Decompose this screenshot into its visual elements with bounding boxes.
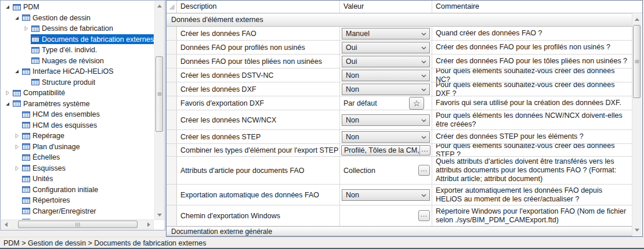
scroll-up-button[interactable] <box>155 2 164 10</box>
collapse-arrow-icon[interactable] <box>3 3 12 10</box>
tree-item-content[interactable]: Plan d'usinage <box>21 142 154 151</box>
tree-item-content[interactable]: Paramètres système <box>12 99 154 109</box>
tree-item-content[interactable]: Unités <box>21 174 154 184</box>
scrollbar-thumb[interactable] <box>633 25 641 98</box>
setting-comment-text: Exporter automatiquement les données FAO… <box>436 186 630 204</box>
tree-item-label: Interface HiCAD-HELiOS <box>32 67 114 75</box>
tree-indent-spacer <box>12 111 21 118</box>
tree-item-content[interactable]: Gestion de dessin <box>21 13 154 23</box>
setting-description-label: Favoris d'exportation DXF <box>180 99 264 107</box>
tree-item-label: Type d'él. individ. <box>42 46 97 54</box>
tree-item[interactable]: Paramètres système <box>1 99 154 110</box>
setting-value-cell: ... <box>340 205 432 226</box>
browse-button[interactable]: ... <box>418 165 430 176</box>
tree-item[interactable]: Compatibilité <box>1 88 154 99</box>
tree-item[interactable]: Échelles <box>1 152 154 163</box>
tree-item[interactable]: Esquisses <box>1 163 154 174</box>
setting-value-cell: Manuel <box>340 27 432 40</box>
grid-vertical-scrollbar[interactable] <box>632 14 642 236</box>
tree-item-content[interactable]: HCM des ensembles <box>21 110 154 120</box>
tree-item[interactable]: PDM <box>1 2 154 13</box>
setting-value-cell: Non <box>340 185 432 205</box>
expand-arrow-icon[interactable] <box>12 143 21 150</box>
tree-item[interactable]: Structure produit <box>1 77 154 88</box>
expand-arrow-icon[interactable] <box>12 132 21 139</box>
tree-indent-spacer <box>21 57 31 64</box>
scroll-left-button[interactable] <box>2 220 10 229</box>
value-dropdown[interactable]: Oui <box>342 42 430 53</box>
tree-item[interactable]: HCM des esquisses <box>1 120 154 131</box>
section-header-external-element-data[interactable]: Données d'élément externes <box>167 13 632 27</box>
tree-item[interactable]: Plan d'usinage <box>1 142 154 153</box>
setting-value-cell: Oui <box>340 55 432 68</box>
value-dropdown[interactable]: Manuel <box>342 28 430 39</box>
tree-item-content[interactable]: Répertoires <box>21 196 154 205</box>
scroll-down-button[interactable] <box>155 211 164 219</box>
scroll-down-button[interactable] <box>632 226 641 234</box>
value-dropdown[interactable]: Non <box>342 84 430 95</box>
collapse-arrow-icon[interactable] <box>12 68 21 75</box>
expand-arrow-icon[interactable] <box>3 89 12 96</box>
setting-row: Données FAO pour profilés non usinésOuiC… <box>167 41 632 55</box>
section-header-external-documentation[interactable]: Documentation externe générale <box>167 226 632 236</box>
collapse-arrow-icon[interactable] <box>12 15 21 21</box>
scrollbar-grip-icon <box>635 60 639 64</box>
scroll-right-button[interactable] <box>144 220 153 229</box>
value-dropdown[interactable]: Non <box>342 114 430 126</box>
value-dropdown[interactable]: Non <box>342 70 430 81</box>
value-picker-button[interactable]: Profilé, Tôles de la CM, T... <box>341 145 430 156</box>
scrollbar-grip-icon <box>157 92 161 96</box>
tree-item[interactable]: Type d'él. individ. <box>1 45 154 56</box>
column-header-commentaire[interactable]: Commentaire <box>432 1 642 13</box>
expand-arrow-icon[interactable] <box>12 165 21 172</box>
column-header-description[interactable]: Description <box>177 1 340 13</box>
tree-item[interactable]: Charger/Enregistrer <box>1 206 154 217</box>
dropdown-selected-value: Oui <box>346 44 421 52</box>
scroll-up-button[interactable] <box>632 15 641 24</box>
tree-item-content[interactable]: Nuages de révision <box>31 56 154 66</box>
tree-item[interactable]: Unités <box>1 174 154 185</box>
scrollbar-thumb[interactable] <box>155 56 163 132</box>
tree-item-content[interactable]: Repérage <box>21 131 154 141</box>
tree-item[interactable]: Interface HiCAD-HELiOS <box>1 66 154 77</box>
tree-horizontal-scrollbar[interactable] <box>1 219 154 229</box>
tree-item[interactable]: Gestion de dessin <box>1 13 154 24</box>
setting-row: Créer les données DXFNonPour quels éléme… <box>167 82 632 96</box>
tree-item[interactable]: Nuages de révision <box>1 56 154 67</box>
setting-value-cell: Profilé, Tôles de la CM, T... <box>340 144 432 156</box>
tree-item-content[interactable]: Configuration initiale <box>21 185 154 194</box>
tree-item-label: Échelles <box>32 153 60 161</box>
setting-value-cell: Collection... <box>340 157 432 184</box>
favorites-star-button[interactable]: ☆ <box>409 97 424 110</box>
tree-item-content[interactable]: Type d'él. individ. <box>31 45 154 55</box>
tree-vertical-scrollbar[interactable] <box>154 1 164 220</box>
tree-item-content[interactable]: Interface HiCAD-HELiOS <box>21 67 154 77</box>
value-dropdown[interactable]: Non <box>342 189 430 201</box>
expand-arrow-icon[interactable] <box>21 25 31 32</box>
browse-button[interactable]: ... <box>418 210 430 221</box>
tree-item-label: Compatibilité <box>23 89 65 97</box>
tree-item-content[interactable]: Compatibilité <box>12 88 154 98</box>
tree-item[interactable]: Repérage <box>1 131 154 142</box>
tree-item[interactable]: HCM des ensembles <box>1 109 154 120</box>
tree-item-content[interactable]: Documents de fabrication externes <box>31 34 154 44</box>
tree-item-content[interactable]: Charger/Enregistrer <box>21 206 154 216</box>
value-dropdown[interactable]: Oui <box>342 56 430 67</box>
setting-comment-text: Répertoire Windows pour l'exportation FA… <box>436 207 630 225</box>
tree-item[interactable]: Documents de fabrication externes <box>1 34 154 45</box>
table-grid-icon <box>13 89 21 97</box>
tree-item[interactable]: Répertoires <box>1 195 154 206</box>
tree-item-content[interactable]: Dessins de fabrication <box>31 24 154 34</box>
scrollbar-thumb[interactable] <box>18 221 138 228</box>
tree-item-content[interactable]: Échelles <box>21 153 154 163</box>
tree-item-content[interactable]: Structure produit <box>31 77 154 87</box>
setting-row: Favoris d'exportation DXFPar défaut☆Favo… <box>167 96 632 110</box>
tree-item-content[interactable]: HCM des esquisses <box>21 120 154 130</box>
tree-item-content[interactable]: PDM <box>12 2 154 12</box>
value-dropdown[interactable]: Non <box>342 131 430 143</box>
tree-item[interactable]: Dessins de fabrication <box>1 23 154 34</box>
collapse-arrow-icon[interactable] <box>3 100 12 107</box>
tree-item[interactable]: Configuration initiale <box>1 185 154 196</box>
tree-item-content[interactable]: Esquisses <box>21 163 154 173</box>
column-header-valeur[interactable]: Valeur <box>340 1 432 13</box>
